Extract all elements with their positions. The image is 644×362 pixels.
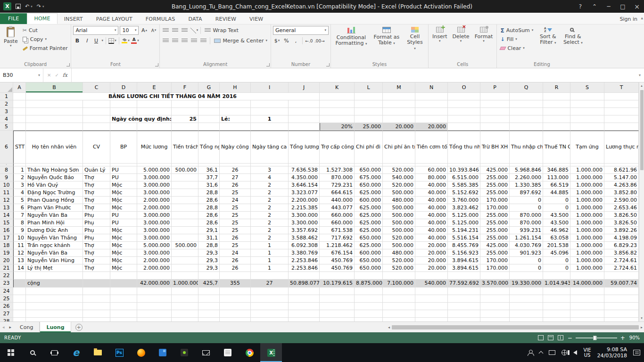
data-cell[interactable]: 28,6: [198, 197, 220, 204]
data-cell[interactable]: 3.000.000: [137, 219, 172, 227]
data-cell[interactable]: 255.000: [480, 227, 510, 234]
cell[interactable]: [320, 115, 355, 123]
cell[interactable]: [289, 288, 320, 295]
cell[interactable]: [110, 318, 137, 321]
bold-button[interactable]: B: [73, 36, 81, 45]
cell[interactable]: [220, 318, 251, 321]
data-cell[interactable]: 170.000: [480, 264, 510, 272]
cell[interactable]: [83, 295, 110, 303]
data-cell[interactable]: 1.000.000: [570, 189, 604, 197]
cell[interactable]: [510, 272, 543, 280]
data-cell[interactable]: 255.000: [480, 181, 510, 189]
data-cell[interactable]: 28,6: [198, 212, 220, 219]
data-cell[interactable]: 443.077: [320, 204, 355, 212]
table-header-cell[interactable]: Lương thực nhận: [604, 131, 639, 164]
cell[interactable]: [172, 310, 198, 318]
data-cell[interactable]: 29,1: [198, 227, 220, 234]
cell[interactable]: [355, 115, 383, 123]
data-cell[interactable]: [172, 189, 198, 197]
row-header-11[interactable]: 11: [0, 189, 13, 197]
data-cell[interactable]: [172, 204, 198, 212]
cell[interactable]: [289, 295, 320, 303]
align-bottom-button[interactable]: [181, 26, 189, 35]
cell[interactable]: [83, 303, 110, 310]
data-cell[interactable]: 2.215.385: [289, 204, 320, 212]
cell[interactable]: [172, 288, 198, 295]
cell[interactable]: [83, 108, 110, 115]
data-cell[interactable]: 40.000: [415, 181, 448, 189]
data-cell[interactable]: 255.000: [480, 219, 510, 227]
cell[interactable]: [604, 272, 639, 280]
data-cell[interactable]: 4: [251, 174, 289, 181]
cell[interactable]: [137, 303, 172, 310]
data-cell[interactable]: 24: [220, 249, 251, 257]
ribbon-tab-page-layout[interactable]: PAGE LAYOUT: [90, 14, 139, 24]
data-cell[interactable]: 44.885: [543, 189, 570, 197]
data-cell[interactable]: 5.000.000: [137, 166, 172, 174]
column-header-L[interactable]: L: [355, 82, 383, 93]
data-cell[interactable]: 26: [220, 181, 251, 189]
data-cell[interactable]: 425.000: [480, 166, 510, 174]
cell[interactable]: [448, 295, 480, 303]
data-cell[interactable]: 3.000.000: [137, 174, 172, 181]
grow-font-button[interactable]: A▴: [140, 26, 148, 35]
data-cell[interactable]: 870.000: [510, 212, 543, 219]
name-box[interactable]: B30▾: [0, 68, 43, 82]
select-all-corner[interactable]: [0, 82, 13, 93]
data-cell[interactable]: 600.000: [355, 197, 383, 204]
cell[interactable]: [480, 295, 510, 303]
table-header-cell[interactable]: Tổng thu nhập: [448, 131, 480, 164]
data-cell[interactable]: 1.000.000: [570, 166, 604, 174]
data-cell[interactable]: 26: [220, 257, 251, 264]
data-cell[interactable]: 2.253.846: [289, 264, 320, 272]
cell[interactable]: [26, 123, 83, 131]
data-cell[interactable]: 500.000: [383, 227, 415, 234]
table-header-cell[interactable]: Chi phí ăn trưa: [383, 131, 415, 164]
total-cell[interactable]: 77.592.692: [448, 280, 480, 288]
cell[interactable]: [448, 310, 480, 318]
data-cell[interactable]: 40.000: [415, 219, 448, 227]
data-cell[interactable]: 1.000.000: [570, 219, 604, 227]
data-cell[interactable]: Mộc: [110, 242, 137, 249]
paste-button[interactable]: Paste ▾: [2, 26, 20, 49]
data-cell[interactable]: 500.000: [383, 204, 415, 212]
data-cell[interactable]: 870.000: [320, 174, 355, 181]
data-cell[interactable]: [172, 219, 198, 227]
cell[interactable]: [510, 295, 543, 303]
sign-in-link[interactable]: Sign in: [613, 14, 644, 24]
data-cell[interactable]: 3.000.000: [137, 249, 172, 257]
data-cell[interactable]: 540.000: [383, 174, 415, 181]
data-cell[interactable]: 8.455.769: [448, 242, 480, 249]
data-cell[interactable]: 20.000: [415, 242, 448, 249]
table-header-cell[interactable]: CV: [83, 131, 110, 164]
data-cell[interactable]: 0: [543, 264, 570, 272]
cell[interactable]: [220, 310, 251, 318]
fill-color-button[interactable]: ▾: [122, 36, 130, 45]
cell[interactable]: [289, 123, 320, 131]
cell[interactable]: [383, 303, 415, 310]
cell[interactable]: [570, 310, 604, 318]
cell[interactable]: [13, 310, 26, 318]
data-cell[interactable]: 11: [13, 242, 26, 249]
cell[interactable]: [13, 288, 26, 295]
data-cell[interactable]: 3.894.615: [448, 264, 480, 272]
row-header-24[interactable]: 24: [0, 288, 13, 295]
data-cell[interactable]: 1: [251, 242, 289, 249]
data-cell[interactable]: Thợ: [83, 249, 110, 257]
data-cell[interactable]: Nguyễn Văn Ba: [26, 249, 83, 257]
data-cell[interactable]: 31,6: [198, 181, 220, 189]
cell[interactable]: [383, 272, 415, 280]
maximize-button[interactable]: □: [616, 0, 630, 13]
sheet-tab-luong[interactable]: Luong: [40, 322, 71, 332]
data-cell[interactable]: 1.000.000: [570, 227, 604, 234]
percent-style-button[interactable]: %: [282, 36, 290, 45]
odd-label-cell[interactable]: Lẻ:: [220, 115, 251, 123]
data-cell[interactable]: 4.263.86: [604, 181, 639, 189]
data-cell[interactable]: 4.198.09: [604, 234, 639, 242]
cell[interactable]: [13, 303, 26, 310]
horizontal-scrollbar[interactable]: ◂ ▸: [388, 323, 643, 331]
data-cell[interactable]: 2.000.000: [137, 257, 172, 264]
ribbon-tab-data[interactable]: DATA: [182, 14, 209, 24]
zoom-in-button[interactable]: +: [620, 336, 625, 340]
hidden-icons-caret[interactable]: [539, 351, 544, 356]
